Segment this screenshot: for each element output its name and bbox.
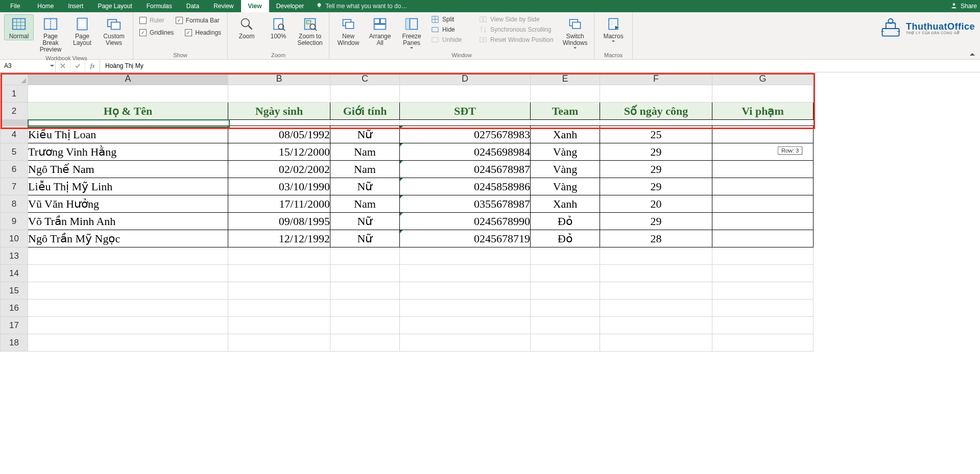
- row-header[interactable]: 14: [1, 265, 28, 282]
- tab-file[interactable]: File: [0, 0, 30, 12]
- cell[interactable]: 0245678990: [400, 213, 531, 230]
- cell[interactable]: [712, 178, 814, 195]
- cell[interactable]: Vi phạm: [712, 103, 814, 120]
- normal-view-button[interactable]: Normal: [4, 14, 34, 40]
- cell[interactable]: 15/12/2000: [228, 143, 330, 161]
- cell[interactable]: [330, 247, 400, 265]
- cell[interactable]: 17/11/2000: [228, 195, 330, 213]
- cell[interactable]: [28, 265, 228, 282]
- cell[interactable]: 0355678987: [400, 195, 531, 213]
- macros-button[interactable]: Macros: [599, 14, 628, 43]
- cell[interactable]: [600, 282, 712, 300]
- column-header[interactable]: G: [712, 73, 814, 85]
- zoom-100-button[interactable]: 100%: [264, 14, 293, 40]
- tab-developer[interactable]: Developer: [269, 0, 312, 12]
- cell[interactable]: [400, 85, 531, 103]
- cell[interactable]: Nữ: [330, 213, 400, 230]
- cell[interactable]: [228, 265, 330, 282]
- cell[interactable]: [28, 282, 228, 300]
- cell[interactable]: [330, 265, 400, 282]
- zoom-button[interactable]: Zoom: [232, 14, 261, 40]
- cell[interactable]: [712, 230, 814, 247]
- zoom-to-selection-button[interactable]: Zoom to Selection: [295, 14, 325, 47]
- switch-windows-button[interactable]: Switch Windows: [560, 14, 590, 50]
- cell[interactable]: 09/08/1995: [228, 213, 330, 230]
- cell[interactable]: Đỏ: [531, 213, 600, 230]
- cell[interactable]: [531, 120, 600, 126]
- cell[interactable]: Giới tính: [330, 103, 400, 120]
- cell[interactable]: [712, 317, 814, 334]
- cell[interactable]: 20: [600, 195, 712, 213]
- cell[interactable]: 0245698984: [400, 143, 531, 161]
- cell[interactable]: 12/12/1992: [228, 230, 330, 247]
- cell[interactable]: Họ & Tên: [28, 103, 228, 120]
- cell[interactable]: [400, 120, 531, 126]
- cell[interactable]: 08/05/1992: [228, 126, 330, 143]
- row-header[interactable]: 7: [1, 178, 28, 195]
- cell[interactable]: 0245858986: [400, 178, 531, 195]
- cell[interactable]: [330, 120, 400, 126]
- cell[interactable]: 03/10/1990: [228, 178, 330, 195]
- cell[interactable]: [330, 334, 400, 352]
- row-header[interactable]: 10: [1, 230, 28, 247]
- cell[interactable]: [228, 85, 330, 103]
- cell[interactable]: [400, 334, 531, 352]
- row-header[interactable]: 17: [1, 317, 28, 334]
- tab-data[interactable]: Data: [179, 0, 206, 12]
- hide-button[interactable]: Hide: [428, 24, 474, 35]
- tab-review[interactable]: Review: [206, 0, 241, 12]
- row-header[interactable]: 9: [1, 213, 28, 230]
- cell[interactable]: 0245678719: [400, 230, 531, 247]
- cell[interactable]: Vàng: [531, 143, 600, 161]
- cell[interactable]: Vàng: [531, 161, 600, 178]
- cell[interactable]: [600, 300, 712, 317]
- page-layout-button[interactable]: Page Layout: [67, 14, 97, 47]
- cell[interactable]: Team: [531, 103, 600, 120]
- cell[interactable]: [330, 85, 400, 103]
- cell[interactable]: 02/02/2002: [228, 161, 330, 178]
- name-box[interactable]: [0, 60, 56, 72]
- cell[interactable]: [531, 85, 600, 103]
- cell[interactable]: [400, 300, 531, 317]
- cell[interactable]: 29: [600, 178, 712, 195]
- headings-checkbox[interactable]: ✓Headings: [183, 29, 223, 37]
- cell[interactable]: [400, 247, 531, 265]
- cell[interactable]: 0275678983: [400, 126, 531, 143]
- cell[interactable]: [330, 317, 400, 334]
- row-header[interactable]: 13: [1, 247, 28, 265]
- cell[interactable]: Nữ: [330, 230, 400, 247]
- cell[interactable]: 28: [600, 230, 712, 247]
- row-header[interactable]: [1, 120, 28, 126]
- cell[interactable]: 0245678987: [400, 161, 531, 178]
- tab-page-layout[interactable]: Page Layout: [90, 0, 139, 12]
- cell[interactable]: [28, 334, 228, 352]
- cell[interactable]: [712, 161, 814, 178]
- gridlines-checkbox[interactable]: ✓Gridlines: [137, 29, 176, 37]
- cell[interactable]: Kiều Thị Loan: [28, 126, 228, 143]
- cell[interactable]: Ngô Trần Mỹ Ngọc: [28, 230, 228, 247]
- cell[interactable]: [600, 265, 712, 282]
- cell[interactable]: [531, 300, 600, 317]
- cell[interactable]: [531, 282, 600, 300]
- cell[interactable]: [400, 265, 531, 282]
- cell[interactable]: [28, 120, 228, 126]
- split-button[interactable]: Split: [428, 14, 474, 24]
- cell[interactable]: 29: [600, 143, 712, 161]
- cell[interactable]: [712, 265, 814, 282]
- cell[interactable]: [600, 85, 712, 103]
- cell[interactable]: Nam: [330, 143, 400, 161]
- cell[interactable]: [600, 247, 712, 265]
- row-header[interactable]: 15: [1, 282, 28, 300]
- cell[interactable]: [28, 247, 228, 265]
- cell[interactable]: [228, 334, 330, 352]
- page-break-preview-button[interactable]: Page Break Preview: [36, 14, 65, 54]
- cell[interactable]: [712, 85, 814, 103]
- cell[interactable]: [228, 317, 330, 334]
- cell[interactable]: Nam: [330, 161, 400, 178]
- cell[interactable]: [600, 334, 712, 352]
- cell[interactable]: [400, 317, 531, 334]
- cell[interactable]: [28, 317, 228, 334]
- share-button[interactable]: Share: [950, 0, 977, 12]
- name-box-input[interactable]: [3, 62, 52, 70]
- row-header[interactable]: 16: [1, 300, 28, 317]
